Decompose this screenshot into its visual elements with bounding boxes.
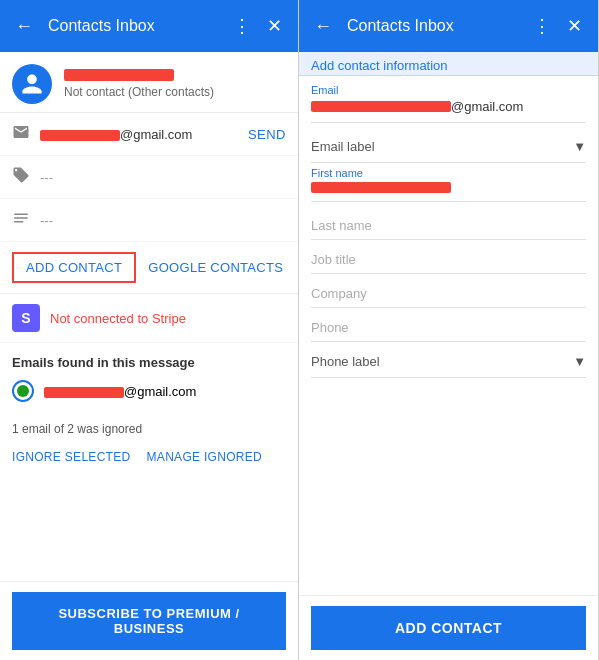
email-field-redacted	[311, 101, 451, 112]
ignore-selected-button[interactable]: IGNORE SELECTED	[12, 450, 131, 464]
contact-header: Not contact (Other contacts)	[0, 52, 298, 113]
left-more-button[interactable]: ⋮	[226, 10, 258, 42]
phone-field[interactable]: Phone	[311, 312, 586, 342]
email-field-value: @gmail.com	[311, 99, 586, 114]
contact-name-redacted	[64, 69, 174, 81]
left-panel-title: Contacts Inbox	[48, 17, 226, 35]
left-panel: ← Contacts Inbox ⋮ ✕ Not contact (Other …	[0, 0, 299, 660]
stripe-row: S Not connected to Stripe	[0, 294, 298, 343]
action-buttons: ADD CONTACT GOOGLE CONTACTS	[0, 242, 298, 294]
found-email-redacted	[44, 387, 124, 398]
right-footer: ADD CONTACT	[299, 595, 598, 660]
email-label-arrow: ▼	[573, 139, 586, 154]
google-contacts-button[interactable]: GOOGLE CONTACTS	[148, 260, 283, 275]
ignored-text: 1 email of 2 was ignored	[0, 418, 298, 444]
phone-label-text: Phone label	[311, 354, 380, 369]
subscribe-button[interactable]: SUBSCRIBE TO PREMIUM / BUSINESS	[12, 592, 286, 650]
contact-info: Not contact (Other contacts)	[64, 69, 286, 99]
job-title-field[interactable]: Job title	[311, 244, 586, 274]
notes-value: ---	[40, 213, 286, 228]
right-header: ← Contacts Inbox ⋮ ✕	[299, 0, 598, 52]
right-panel-title: Contacts Inbox	[347, 17, 526, 35]
email-redacted	[40, 130, 120, 141]
right-close-button[interactable]: ✕	[558, 10, 590, 42]
phone-label-dropdown[interactable]: Phone label ▼	[311, 346, 586, 378]
ignore-actions: IGNORE SELECTED MANAGE IGNORED	[0, 444, 298, 474]
phone-label-arrow: ▼	[573, 354, 586, 369]
tag-icon	[12, 166, 40, 188]
contact-status: Not contact (Other contacts)	[64, 85, 286, 99]
email-icon	[12, 123, 40, 145]
first-name-value[interactable]	[311, 182, 586, 193]
right-panel: ← Contacts Inbox ⋮ ✕ Add contact informa…	[299, 0, 599, 660]
tag-value: ---	[40, 170, 286, 185]
send-button[interactable]: SEND	[248, 127, 286, 142]
last-name-field[interactable]: Last name	[311, 210, 586, 240]
form-section: Email @gmail.com Email label ▼ First nam…	[299, 76, 598, 595]
email-label-text: Email label	[311, 139, 375, 154]
email-found-row: @gmail.com	[12, 380, 286, 402]
emails-title: Emails found in this message	[12, 355, 286, 370]
emails-section: Emails found in this message @gmail.com	[0, 343, 298, 418]
right-back-button[interactable]: ←	[307, 10, 339, 42]
stripe-status: Not connected to Stripe	[50, 311, 186, 326]
stripe-icon: S	[12, 304, 40, 332]
left-close-button[interactable]: ✕	[258, 10, 290, 42]
add-contact-banner: Add contact information	[299, 52, 598, 76]
first-name-redacted	[311, 182, 451, 193]
email-field-group: Email @gmail.com	[311, 84, 586, 123]
notes-icon	[12, 209, 40, 231]
company-field[interactable]: Company	[311, 278, 586, 308]
left-header: ← Contacts Inbox ⋮ ✕	[0, 0, 298, 52]
form-fields: Email @gmail.com Email label ▼ First nam…	[299, 76, 598, 390]
left-footer: SUBSCRIBE TO PREMIUM / BUSINESS	[0, 581, 298, 660]
email-value: @gmail.com	[40, 127, 248, 142]
radio-button[interactable]	[12, 380, 34, 402]
tag-row: ---	[0, 156, 298, 199]
radio-inner	[17, 385, 29, 397]
left-back-button[interactable]: ←	[8, 10, 40, 42]
email-row: @gmail.com SEND	[0, 113, 298, 156]
email-label-dropdown[interactable]: Email label ▼	[311, 131, 586, 163]
email-field-label: Email	[311, 84, 586, 96]
right-add-contact-button[interactable]: ADD CONTACT	[311, 606, 586, 650]
right-more-button[interactable]: ⋮	[526, 10, 558, 42]
first-name-group: First name	[311, 167, 586, 202]
notes-row: ---	[0, 199, 298, 242]
left-content: Not contact (Other contacts) @gmail.com …	[0, 52, 298, 581]
add-contact-button[interactable]: ADD CONTACT	[12, 252, 136, 283]
first-name-label: First name	[311, 167, 586, 179]
avatar	[12, 64, 52, 104]
manage-ignored-button[interactable]: MANAGE IGNORED	[147, 450, 263, 464]
found-email: @gmail.com	[44, 384, 196, 399]
